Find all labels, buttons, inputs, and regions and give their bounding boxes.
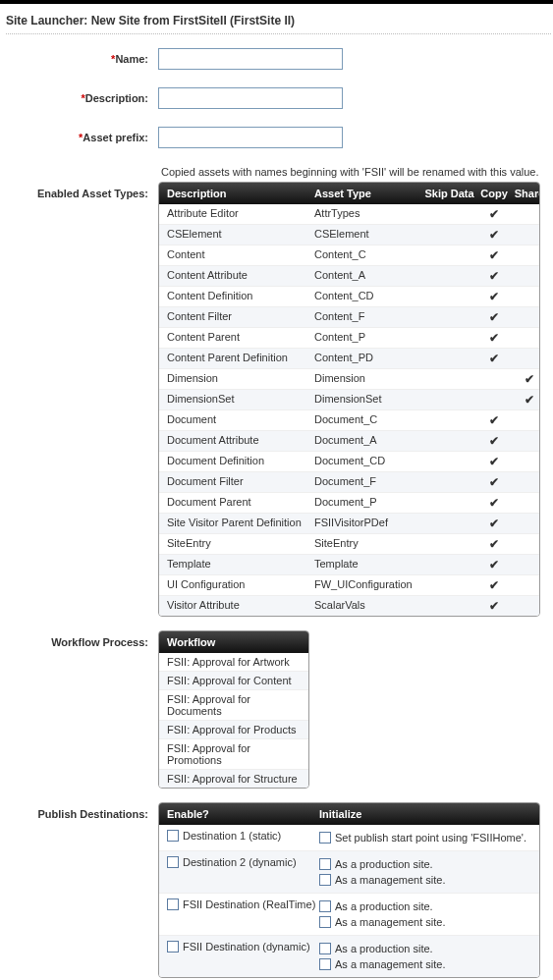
cell-skip: [422, 352, 476, 365]
cell-asset-type: Document_C: [314, 413, 422, 427]
cell-copy: ✔: [476, 434, 512, 448]
cell-asset-type: Content_F: [314, 310, 422, 324]
checkbox[interactable]: [319, 874, 331, 886]
cell-asset-type: Dimension: [314, 372, 422, 386]
cell-copy: ✔: [476, 228, 512, 242]
table-row: DimensionSetDimensionSet✔: [159, 390, 539, 410]
cell-skip: [422, 496, 476, 510]
cell-copy: ✔: [476, 455, 512, 468]
cell-asset-type: Document_CD: [314, 455, 422, 468]
cell-share: [512, 475, 540, 489]
cell-share: [512, 352, 540, 365]
cell-description: Document Attribute: [167, 434, 314, 448]
cell-share: ✔: [512, 372, 540, 386]
table-row: SiteEntrySiteEntry✔: [159, 534, 539, 555]
checkbox[interactable]: [319, 858, 331, 870]
table-row: Visitor AttributeScalarVals✔: [159, 596, 539, 616]
description-label: *Description:: [6, 92, 158, 104]
cell-skip: [422, 455, 476, 468]
cell-copy: [476, 393, 512, 407]
table-row: UI ConfigurationFW_UIConfiguration✔: [159, 575, 539, 596]
option-label: As a production site.: [335, 943, 433, 954]
cell-skip: [422, 413, 476, 427]
cell-copy: ✔: [476, 578, 512, 592]
list-item: FSII: Approval for Artwork: [159, 653, 308, 672]
col-enable: Enable?: [167, 808, 319, 820]
cell-share: [512, 558, 540, 572]
cell-copy: ✔: [476, 599, 512, 613]
cell-description: SiteEntry: [167, 537, 314, 551]
cell-share: [512, 434, 540, 448]
cell-share: [512, 269, 540, 283]
list-item: FSII: Approval for Products: [159, 721, 308, 739]
cell-skip: [422, 248, 476, 262]
cell-copy: ✔: [476, 475, 512, 489]
checkbox[interactable]: [319, 916, 331, 928]
table-row: Document AttributeDocument_A✔: [159, 431, 539, 452]
option-label: As a production site.: [335, 858, 433, 870]
cell-asset-type: Document_A: [314, 434, 422, 448]
cell-share: [512, 290, 540, 303]
workflow-table: Workflow FSII: Approval for ArtworkFSII:…: [158, 630, 309, 789]
col-asset-type: Asset Type: [314, 188, 422, 199]
table-row: Attribute EditorAttrTypes✔: [159, 204, 539, 225]
asset-types-label: Enabled Asset Types:: [6, 182, 158, 199]
asset-types-table: Description Asset Type Skip Data Copy Sh…: [158, 182, 540, 617]
destination-name: FSII Destination (RealTime): [183, 898, 315, 910]
name-input[interactable]: [158, 48, 343, 70]
publish-table: Enable? Initialize Destination 1 (static…: [158, 802, 540, 978]
cell-skip: [422, 207, 476, 221]
checkbox[interactable]: [319, 900, 331, 912]
cell-copy: ✔: [476, 496, 512, 510]
table-row: DocumentDocument_C✔: [159, 410, 539, 431]
workflow-header: Workflow: [159, 631, 308, 653]
checkbox[interactable]: [319, 832, 331, 844]
cell-skip: [422, 578, 476, 592]
cell-copy: ✔: [476, 352, 512, 365]
checkbox[interactable]: [167, 898, 179, 910]
cell-copy: ✔: [476, 310, 512, 324]
table-row: Content Parent DefinitionContent_PD✔: [159, 349, 539, 369]
checkbox[interactable]: [167, 856, 179, 868]
cell-skip: [422, 475, 476, 489]
cell-asset-type: SiteEntry: [314, 537, 422, 551]
table-row: Destination 2 (dynamic)As a production s…: [159, 851, 539, 894]
cell-description: Content Parent: [167, 331, 314, 345]
col-copy: Copy: [476, 188, 512, 199]
table-row: ContentContent_C✔: [159, 245, 539, 266]
table-row: FSII Destination (dynamic)As a productio…: [159, 936, 539, 977]
cell-description: Content Filter: [167, 310, 314, 324]
cell-share: ✔: [512, 393, 540, 407]
prefix-input[interactable]: [158, 127, 343, 148]
checkbox[interactable]: [319, 943, 331, 954]
list-item: FSII: Approval for Content: [159, 672, 308, 690]
table-row: Document ParentDocument_P✔: [159, 493, 539, 514]
description-input[interactable]: [158, 87, 343, 109]
cell-asset-type: Document_F: [314, 475, 422, 489]
cell-skip: [422, 372, 476, 386]
cell-share: [512, 599, 540, 613]
cell-description: Content: [167, 248, 314, 262]
cell-description: Dimension: [167, 372, 314, 386]
list-item: FSII: Approval for Promotions: [159, 739, 308, 770]
cell-description: DimensionSet: [167, 393, 314, 407]
table-row: Document FilterDocument_F✔: [159, 472, 539, 493]
prefix-label: *Asset prefix:: [6, 132, 158, 143]
cell-asset-type: Document_P: [314, 496, 422, 510]
checkbox[interactable]: [167, 941, 179, 953]
checkbox[interactable]: [167, 830, 179, 842]
col-initialize: Initialize: [319, 808, 531, 820]
table-row: Content DefinitionContent_CD✔: [159, 287, 539, 307]
table-row: Destination 1 (static)Set publish start …: [159, 825, 539, 851]
cell-description: Site Visitor Parent Definition: [167, 517, 314, 530]
workflow-label: Workflow Process:: [6, 630, 158, 648]
cell-description: Document Definition: [167, 455, 314, 468]
cell-description: Document: [167, 413, 314, 427]
cell-share: [512, 248, 540, 262]
checkbox[interactable]: [319, 958, 331, 970]
cell-copy: ✔: [476, 207, 512, 221]
list-item: FSII: Approval for Structure: [159, 770, 308, 788]
destination-name: Destination 1 (static): [183, 830, 281, 842]
list-item: FSII: Approval for Documents: [159, 690, 308, 721]
name-label: *Name:: [6, 53, 158, 65]
